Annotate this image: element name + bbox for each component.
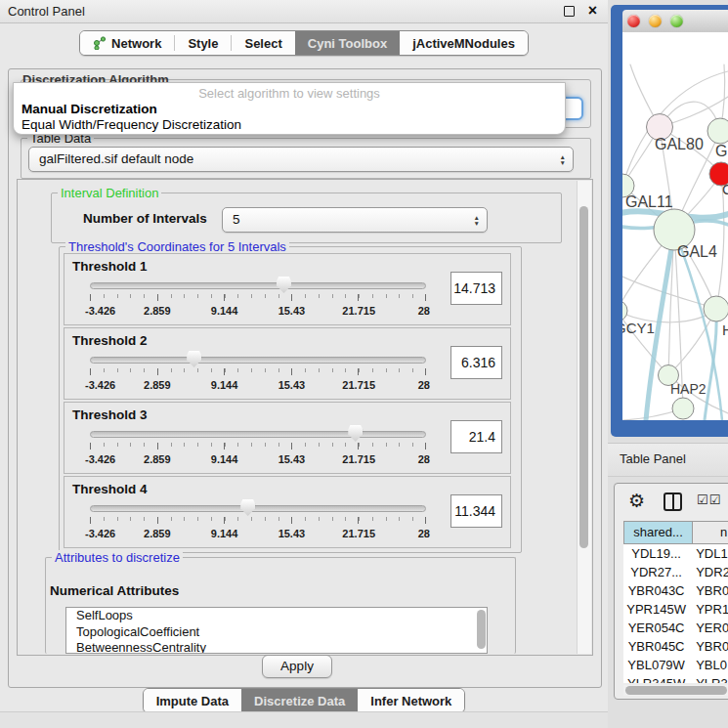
tab-select[interactable]: Select bbox=[232, 31, 294, 55]
node-label-partial: G. bbox=[715, 143, 728, 159]
slider-thumb[interactable] bbox=[277, 277, 291, 293]
threshold-4-value-field[interactable] bbox=[450, 494, 502, 528]
table-panel-titlebar: Table Panel bbox=[608, 443, 728, 477]
algorithm-dropdown-popup: Select algorithm to view settings Manual… bbox=[13, 82, 566, 135]
table-row[interactable]: YDL19...YDL1 bbox=[623, 544, 728, 563]
tab-style[interactable]: Style bbox=[175, 31, 231, 55]
float-window-icon[interactable] bbox=[564, 6, 575, 17]
slider-major-ticks bbox=[90, 294, 426, 301]
threshold-1-slider[interactable]: -3.4262.8599.14415.4321.71528 bbox=[90, 276, 426, 321]
table-row[interactable]: YDR27...YDR2 bbox=[623, 563, 728, 581]
network-node[interactable] bbox=[707, 118, 728, 144]
slider-scale: -3.4262.8599.14415.4321.71528 bbox=[90, 379, 426, 393]
column-header-name[interactable]: n bbox=[693, 521, 728, 544]
network-node[interactable] bbox=[704, 296, 728, 321]
table-row[interactable]: YER054CYER0 bbox=[623, 619, 728, 637]
control-panel-tabbar: Network Style Select Cyni Toolbox jActiv… bbox=[0, 30, 608, 56]
zoom-traffic-light-icon[interactable] bbox=[670, 15, 683, 27]
slider-major-ticks bbox=[90, 517, 426, 524]
list-item[interactable]: BetweennessCentrality bbox=[66, 640, 487, 654]
tab-network-label: Network bbox=[111, 36, 161, 51]
attributes-group: Attributes to discretize Numerical Attri… bbox=[45, 557, 516, 654]
combo-spinner-icon: ▲▼ bbox=[474, 215, 480, 226]
threshold-2-panel: Threshold 2 -3.4262.8599.14415.4321.7152… bbox=[64, 327, 511, 400]
minimize-traffic-light-icon[interactable] bbox=[649, 15, 662, 27]
threshold-3-panel: Threshold 3 -3.4262.8599.14415.4321.7152… bbox=[64, 402, 511, 474]
tab-impute-data[interactable]: Impute Data bbox=[144, 689, 241, 712]
threshold-4-panel: Threshold 4 -3.4262.8599.14415.4321.7152… bbox=[64, 476, 511, 548]
table-data-combobox[interactable]: galFiltered.sif default node ▲▼ bbox=[28, 147, 574, 172]
node-label-gal80: GAL80 bbox=[655, 136, 704, 152]
interval-definition-group: Interval Definition Number of Intervals … bbox=[51, 193, 562, 243]
list-item[interactable]: TopologicalCoefficient bbox=[66, 624, 487, 641]
threshold-3-slider[interactable]: -3.4262.8599.14415.4321.71528 bbox=[90, 424, 426, 469]
tab-network[interactable]: Network bbox=[80, 31, 174, 55]
table-header-row: shared... n bbox=[623, 521, 728, 544]
slider-track bbox=[90, 357, 426, 364]
algorithm-option-equal-width[interactable]: Equal Width/Frequency Discretization bbox=[21, 117, 241, 132]
tab-jactivemnodules[interactable]: jActiveMNodules bbox=[400, 31, 528, 55]
network-window-titlebar[interactable] bbox=[622, 10, 728, 33]
threshold-2-slider[interactable]: -3.4262.8599.14415.4321.71528 bbox=[90, 350, 426, 395]
split-panel-icon[interactable] bbox=[664, 492, 682, 511]
gear-icon[interactable]: ⚙ bbox=[628, 490, 645, 512]
tab-cyni-toolbox[interactable]: Cyni Toolbox bbox=[295, 31, 400, 55]
slider-scale: -3.4262.8599.14415.4321.71528 bbox=[90, 528, 426, 541]
scrollbar-thumb[interactable] bbox=[625, 686, 727, 695]
network-node-gcy1[interactable] bbox=[622, 300, 627, 321]
slider-thumb[interactable] bbox=[187, 351, 201, 367]
threshold-2-label: Threshold 2 bbox=[72, 333, 148, 348]
tab-discretize-data[interactable]: Discretize Data bbox=[241, 689, 358, 712]
table-row[interactable]: YPR145WYPR1 bbox=[623, 600, 728, 619]
node-label-hap2: HAP2 bbox=[670, 381, 707, 397]
threshold-2-value-field[interactable] bbox=[450, 346, 502, 379]
slider-thumb[interactable] bbox=[240, 499, 255, 516]
list-scrollbar[interactable] bbox=[477, 610, 486, 649]
scrollbar-thumb[interactable] bbox=[579, 206, 588, 548]
column-checkbox-icons[interactable]: ☑☑ bbox=[697, 492, 721, 507]
interval-definition-group-title: Interval Definition bbox=[58, 186, 161, 200]
slider-major-ticks bbox=[90, 443, 426, 450]
list-item[interactable]: SelfLoops bbox=[66, 608, 487, 624]
slider-track bbox=[90, 431, 426, 438]
threshold-4-slider[interactable]: -3.4262.8599.14415.4321.71528 bbox=[90, 498, 426, 543]
threshold-3-value-field[interactable] bbox=[450, 420, 502, 453]
settings-scrollbar[interactable] bbox=[577, 181, 591, 654]
control-panel-titlebar: Control Panel × bbox=[0, 0, 608, 23]
numerical-attributes-list[interactable]: SelfLoops TopologicalCoefficient Between… bbox=[65, 607, 488, 654]
table-panel: ⚙ ☑☑ shared... n YDL19...YDL1 YDR27...YD… bbox=[614, 483, 728, 700]
threshold-3-label: Threshold 3 bbox=[72, 407, 148, 422]
right-pane: GAL80 G. GAL11 GAL4 GCY1 H HAP2 C Table … bbox=[608, 0, 728, 728]
number-of-intervals-value: 5 bbox=[233, 208, 240, 231]
tab-infer-network[interactable]: Infer Network bbox=[358, 689, 464, 712]
threshold-1-panel: Threshold 1 -3.4262.8599.14415.4321.7152… bbox=[64, 253, 511, 325]
column-header-shared-name[interactable]: shared... bbox=[623, 521, 693, 544]
threshold-1-label: Threshold 1 bbox=[72, 259, 148, 274]
table-data-combobox-value: galFiltered.sif default node bbox=[39, 148, 193, 170]
node-label-partial: H bbox=[722, 321, 728, 338]
slider-thumb[interactable] bbox=[348, 425, 363, 442]
algorithm-option-manual[interactable]: Manual Discretization bbox=[21, 102, 157, 116]
table-horizontal-scrollbar[interactable] bbox=[623, 685, 728, 696]
table-row[interactable]: YLR345WYLR3 bbox=[623, 674, 728, 683]
node-label-gcy1: GCY1 bbox=[622, 320, 655, 336]
combo-spinner-icon: ▲▼ bbox=[560, 154, 566, 165]
attributes-group-title: Attributes to discretize bbox=[52, 550, 183, 565]
network-canvas[interactable]: GAL80 G. GAL11 GAL4 GCY1 H HAP2 C bbox=[622, 32, 728, 420]
number-of-intervals-combobox[interactable]: 5 ▲▼ bbox=[222, 207, 488, 233]
close-traffic-light-icon[interactable] bbox=[627, 15, 640, 27]
cyni-toolbox-panel: Discretization Algorithm Table Data galF… bbox=[8, 68, 602, 688]
table-body[interactable]: YDL19...YDL1 YDR27...YDR2 YBR043CYBR0 YP… bbox=[623, 544, 728, 683]
numerical-attributes-label: Numerical Attributes bbox=[50, 583, 179, 598]
table-row[interactable]: YBL079WYBL0 bbox=[623, 656, 728, 674]
close-icon[interactable]: × bbox=[588, 0, 597, 21]
table-row[interactable]: YBR043CYBR0 bbox=[623, 581, 728, 600]
cyni-bottom-tabbar: Impute Data Discretize Data Infer Networ… bbox=[0, 688, 608, 713]
threshold-1-value-field[interactable] bbox=[450, 272, 502, 305]
network-node[interactable] bbox=[672, 398, 694, 419]
node-label-gal11: GAL11 bbox=[625, 193, 673, 210]
node-label-gal4: GAL4 bbox=[677, 243, 717, 260]
settings-scroll-panel: Interval Definition Number of Intervals … bbox=[17, 179, 593, 656]
apply-button[interactable]: Apply bbox=[262, 655, 332, 678]
table-row[interactable]: YBR045CYBR0 bbox=[623, 637, 728, 656]
